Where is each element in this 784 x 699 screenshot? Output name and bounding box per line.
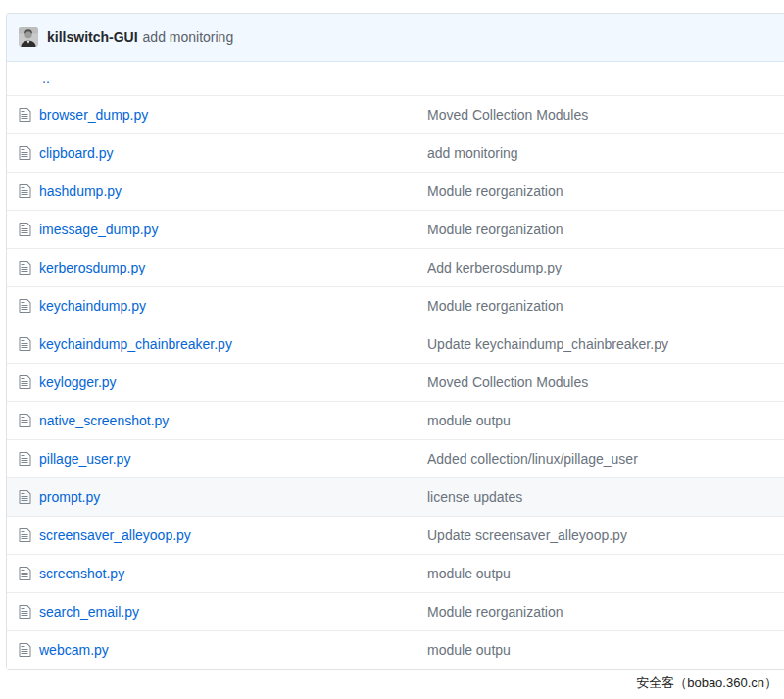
file-icon [7, 222, 39, 237]
file-name-link[interactable]: keychaindump_chainbreaker.py [39, 336, 232, 352]
table-row: search_email.py Module reorganization [7, 592, 784, 630]
file-commit-message-link[interactable]: Module reorganization [427, 604, 564, 620]
file-name-link[interactable]: browser_dump.py [39, 107, 148, 123]
file-commit-message-link[interactable]: Update screensaver_alleyoop.py [427, 527, 627, 543]
file-name-link[interactable]: prompt.py [39, 489, 100, 505]
file-commit-message-link[interactable]: license updates [427, 489, 522, 505]
table-row: screenshot.py module outpu [7, 554, 784, 592]
file-name-link[interactable]: screensaver_alleyoop.py [39, 527, 191, 543]
file-commit-message-link[interactable]: Added collection/linux/pillage_user [427, 451, 638, 467]
file-name-link[interactable]: native_screenshot.py [39, 413, 169, 428]
table-row: hashdump.py Module reorganization [7, 172, 784, 210]
table-row: keychaindump_chainbreaker.py Update keyc… [7, 325, 784, 363]
table-row: browser_dump.py Moved Collection Modules [7, 95, 784, 133]
file-icon [7, 260, 39, 275]
table-row: screensaver_alleyoop.py Update screensav… [7, 516, 784, 554]
file-name-link[interactable]: hashdump.py [39, 183, 122, 199]
avatar[interactable] [19, 27, 38, 47]
file-icon [7, 336, 39, 352]
watermark: 安全客（bobao.360.cn） [636, 674, 777, 692]
file-commit-message-link[interactable]: Moved Collection Modules [427, 374, 588, 390]
file-name-link[interactable]: keylogger.py [39, 374, 117, 390]
table-row: keylogger.py Moved Collection Modules [7, 363, 784, 401]
file-name-link[interactable]: webcam.py [39, 642, 109, 658]
file-browser-table: killswitch-GUI add monitoring .. browser… [6, 13, 784, 670]
file-icon [7, 183, 39, 199]
file-icon [7, 145, 39, 161]
file-name-link[interactable]: screenshot.py [39, 566, 124, 581]
latest-commit-bar: killswitch-GUI add monitoring [7, 14, 784, 62]
parent-directory-row: .. [7, 62, 784, 95]
table-row: prompt.py license updates [7, 477, 784, 516]
file-name-link[interactable]: kerberosdump.py [39, 260, 145, 275]
parent-directory-link[interactable]: .. [42, 71, 50, 86]
file-icon [7, 374, 39, 390]
file-commit-message-link[interactable]: Update keychaindump_chainbreaker.py [427, 336, 668, 352]
file-commit-message-link[interactable]: Module reorganization [427, 183, 564, 199]
file-icon [7, 566, 39, 581]
file-commit-message-link[interactable]: Module reorganization [427, 298, 564, 314]
avatar-photo [19, 27, 38, 47]
file-commit-message-link[interactable]: Add kerberosdump.py [427, 260, 562, 275]
table-row: clipboard.py add monitoring [7, 133, 784, 172]
file-name-link[interactable]: keychaindump.py [39, 298, 146, 314]
table-row: imessage_dump.py Module reorganization [7, 210, 784, 248]
table-row: pillage_user.py Added collection/linux/p… [7, 439, 784, 477]
file-commit-message-link[interactable]: module outpu [427, 566, 511, 581]
file-icon [7, 527, 39, 543]
file-icon [7, 642, 39, 658]
table-row: native_screenshot.py module outpu [7, 401, 784, 439]
table-row: webcam.py module outpu [7, 630, 784, 669]
commit-author-link[interactable]: killswitch-GUI [47, 29, 138, 45]
file-icon [7, 413, 39, 428]
file-icon [7, 107, 39, 123]
file-icon [7, 451, 39, 467]
table-row: keychaindump.py Module reorganization [7, 286, 784, 325]
file-name-link[interactable]: pillage_user.py [39, 451, 130, 467]
table-row: kerberosdump.py Add kerberosdump.py [7, 248, 784, 286]
commit-message-link[interactable]: add monitoring [143, 29, 234, 45]
file-commit-message-link[interactable]: Moved Collection Modules [427, 107, 588, 123]
file-name-link[interactable]: search_email.py [39, 604, 139, 620]
file-list: browser_dump.py Moved Collection Modules… [7, 95, 784, 669]
file-icon [7, 604, 39, 620]
file-name-link[interactable]: imessage_dump.py [39, 222, 158, 237]
file-icon [7, 489, 39, 505]
file-commit-message-link[interactable]: module outpu [427, 413, 511, 428]
file-commit-message-link[interactable]: module outpu [427, 642, 511, 658]
file-commit-message-link[interactable]: add monitoring [427, 145, 518, 161]
file-icon [7, 298, 39, 314]
file-commit-message-link[interactable]: Module reorganization [427, 222, 564, 237]
file-name-link[interactable]: clipboard.py [39, 145, 114, 161]
